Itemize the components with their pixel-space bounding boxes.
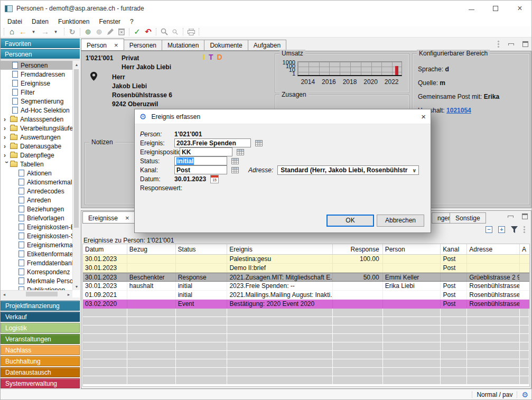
scroll-left-icon[interactable]: ◄ (1, 291, 8, 298)
grid-menu-icon[interactable] (524, 226, 526, 233)
tree-item-briefvorlagen[interactable]: Briefvorlagen (1, 213, 72, 222)
table-row[interactable]: 30.01.2023haushaltinitial2023.Freie Spen… (83, 282, 529, 291)
tree-item-beziehungen[interactable]: Beziehungen (1, 204, 72, 213)
table-row[interactable]: 30.01.2023Demo II:briefPost (83, 264, 529, 273)
column-header-kanal[interactable]: Kanal (441, 244, 467, 254)
chevron-right-icon[interactable]: › (4, 153, 10, 158)
chevron-right-icon[interactable]: › (4, 135, 10, 140)
sidebar-panel-datenaustausch[interactable]: Datenaustausch (1, 367, 80, 377)
panel-maximize-icon[interactable] (522, 41, 528, 47)
toolbar-back-button[interactable]: ← (17, 27, 29, 37)
tree-item-anlassspenden[interactable]: ›Anlassspenden (1, 115, 72, 124)
panel-minimize-icon[interactable] (508, 216, 514, 218)
sidebar-panel-projektfinanzierung[interactable]: Projektfinanzierung (1, 301, 80, 311)
menu-item-funktionen[interactable]: Funktionen (53, 17, 94, 26)
window-minimize-button[interactable] (468, 5, 474, 12)
lookup-grid-icon[interactable] (231, 167, 239, 173)
tree-item-datenpflege[interactable]: ›Datenpflege (1, 151, 72, 160)
table-row[interactable]: 03.02.2020EventBestätigung: 2020 Event 2… (83, 300, 529, 309)
lookup-grid-icon[interactable] (231, 158, 239, 164)
ereignis-input[interactable]: 2023.Freie Spenden (174, 138, 251, 147)
tree-item-ereignisse[interactable]: Ereignisse (1, 79, 72, 88)
toolbar-delete-button[interactable] (116, 27, 127, 37)
haushalt-link[interactable]: 1021054 (446, 107, 471, 114)
collapse-all-icon[interactable]: − (486, 226, 492, 233)
datum-value[interactable]: 30.01.2023 (174, 175, 206, 183)
toolbar-search-secondary-button[interactable] (170, 27, 181, 37)
menu-item-daten[interactable]: Daten (27, 17, 53, 26)
toolbar-forward-button[interactable]: → (40, 27, 51, 37)
tree-item-personen[interactable]: Personen (1, 61, 72, 70)
column-header-status[interactable]: Status (176, 244, 228, 254)
sidebar-panel-buchhaltung[interactable]: Buchhaltung (1, 356, 80, 366)
column-header-a[interactable]: A (520, 244, 529, 254)
tree-item-segmentierung[interactable]: Segmentierung (1, 97, 72, 106)
tab-ereignisse[interactable]: Ereignisse× (82, 211, 135, 224)
tab-sonstige[interactable]: Sonstige (450, 212, 486, 224)
tab-aufgaben[interactable]: Aufgaben (248, 40, 286, 51)
tree-item-aktionen[interactable]: Aktionen (1, 169, 72, 178)
tree-item-anredecodes[interactable]: Anredecodes (1, 187, 72, 196)
toolbar-home-button[interactable]: ⌂ (6, 27, 17, 37)
tree-item-merkmale-perso[interactable]: Merkmale Perso (1, 276, 72, 285)
tree-item-ad-hoc-selektion[interactable]: Ad-Hoc Selektion (1, 106, 72, 115)
menu-item-hilfe[interactable]: ? (125, 17, 138, 26)
scroll-right-icon[interactable]: ► (65, 291, 72, 298)
scrollbar-thumb[interactable] (26, 292, 58, 296)
tree-vertical-scrollbar[interactable]: ▲ ▼ (72, 61, 80, 290)
tree-item-publikationen[interactable]: Publikationen (1, 285, 72, 290)
close-icon[interactable]: × (114, 41, 118, 49)
ok-button[interactable]: OK (326, 215, 374, 227)
cancel-button[interactable]: Abbrechen (377, 215, 424, 227)
settings-gear-icon[interactable]: ⚙ (521, 391, 528, 398)
toolbar-forward-menu-button[interactable]: ▾ (51, 27, 62, 37)
scroll-down-icon[interactable]: ▼ (73, 283, 80, 290)
expand-all-icon[interactable]: + (498, 226, 505, 233)
tree-item-anreden[interactable]: Anreden (1, 196, 72, 204)
status-input[interactable]: initial (174, 156, 227, 165)
tree-item-ereignismerkmal[interactable]: Ereignismerkmal (1, 240, 72, 249)
table-row[interactable]: 01.09.2021initial2021.Mailings.Mailing A… (83, 291, 529, 300)
filter-icon[interactable] (511, 226, 518, 233)
chevron-right-icon[interactable]: › (4, 126, 10, 131)
scroll-up-icon[interactable]: ▲ (73, 61, 80, 68)
toolbar-print-button[interactable] (185, 27, 197, 37)
tree-item-datenausgabe[interactable]: ›Datenausgabe (1, 142, 72, 151)
panel-menu-icon[interactable] (498, 41, 500, 48)
sidebar-panel-verkauf[interactable]: Verkauf (1, 312, 80, 322)
toolbar-undo-button[interactable]: ↶ (143, 27, 154, 37)
menu-item-fenster[interactable]: Fenster (94, 17, 125, 26)
tree-item-verarbeitungsl-ufe[interactable]: ›Verarbeitungsläufe (1, 124, 72, 133)
menu-item-datei[interactable]: Datei (3, 17, 27, 26)
toolbar-add-button[interactable]: ⊕ (82, 27, 94, 37)
tab-dokumente[interactable]: Dokumente (204, 40, 248, 51)
tab-mutationen[interactable]: Mutationen (162, 40, 204, 51)
sidebar-section-favoriten[interactable]: Favoriten (1, 39, 80, 48)
column-header-adresse[interactable]: Adresse (467, 244, 520, 254)
tab-person[interactable]: Person× (81, 39, 124, 51)
toolbar-apply-button[interactable]: ✓ (132, 27, 143, 37)
calendar-icon[interactable]: 15 (210, 175, 219, 183)
ereignisposition-input[interactable]: KK (180, 147, 232, 156)
window-close-button[interactable]: × (517, 5, 523, 12)
column-header-datum[interactable]: Datum (83, 244, 127, 254)
chevron-right-icon[interactable]: › (4, 144, 10, 149)
tree-item-filter[interactable]: Filter (1, 88, 72, 97)
toolbar-add-secondary-button[interactable]: ⊕ (94, 27, 105, 37)
sidebar-panel-systemverwaltung[interactable]: Systemverwaltung (1, 378, 80, 388)
tree-item-auswertungen[interactable]: ›Auswertungen (1, 133, 72, 142)
chevron-right-icon[interactable]: › (4, 117, 10, 122)
tree-item-tabellen[interactable]: ›Tabellen (1, 160, 72, 169)
panel-minimize-icon[interactable] (508, 43, 514, 45)
table-row[interactable]: 30.01.2023Palestina:gesu100.00Post (83, 255, 529, 264)
adresse-select[interactable]: Standard (Herr, Jakob Liebi, Rosenbühlst… (277, 165, 419, 175)
column-header-ereignis[interactable]: Ereignis (227, 244, 333, 254)
sidebar-section-personen[interactable]: Personen (1, 49, 80, 59)
lookup-grid-icon[interactable] (255, 140, 263, 146)
toolbar-refresh-button[interactable]: ↻ (67, 27, 78, 37)
sidebar-panel-logistik[interactable]: Logistik (1, 323, 80, 333)
toolbar-search-button[interactable] (158, 27, 170, 37)
lookup-grid-icon[interactable] (237, 149, 244, 155)
tree-item-aktionsmerkmal[interactable]: Aktionsmerkmal (1, 178, 72, 187)
window-maximize-button[interactable] (492, 5, 499, 12)
